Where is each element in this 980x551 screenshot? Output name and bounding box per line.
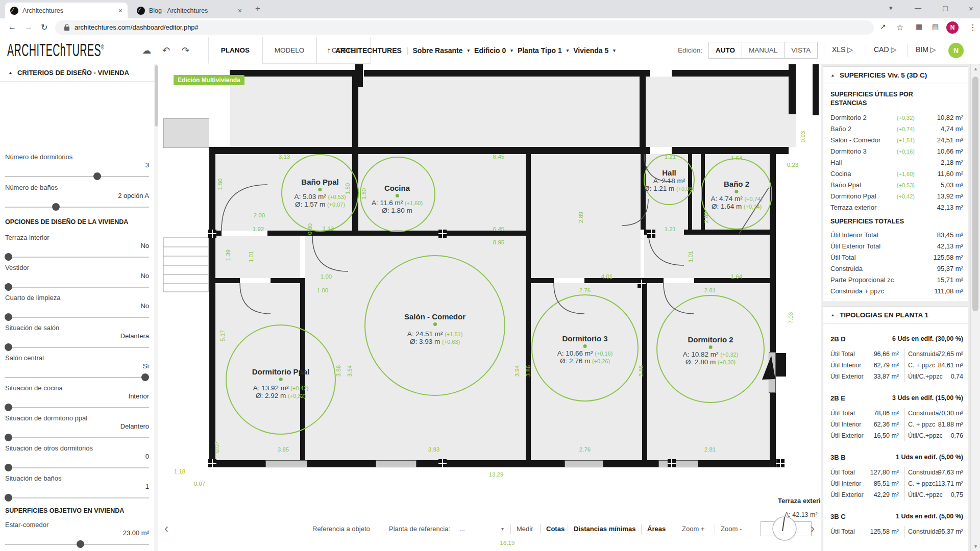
collapse-icon[interactable]: ▲ <box>830 313 835 317</box>
scroll-up-icon[interactable]: ▲ <box>973 66 978 71</box>
slider-thumb[interactable] <box>141 373 149 381</box>
mode-auto[interactable]: AUTO <box>709 42 742 58</box>
slider-track[interactable] <box>5 377 149 378</box>
dimension-label: 2.76 <box>579 287 591 293</box>
tab-planos[interactable]: PLANOS <box>208 37 262 64</box>
right-panel-scrollbar[interactable]: ▲ ▼ <box>970 64 980 551</box>
chevron-down-icon[interactable]: ▾ <box>510 48 513 53</box>
divider <box>675 524 675 534</box>
redo-icon[interactable]: ↷ <box>182 45 189 56</box>
slider-thumb[interactable] <box>5 404 12 411</box>
breadcrumb-sobre-rasante[interactable]: Sobre Rasante <box>413 46 463 55</box>
multi-dwelling-badge: Edición Multivivienda <box>174 75 244 85</box>
slider-track[interactable] <box>5 207 149 208</box>
wall <box>640 77 646 148</box>
panel-header[interactable]: ▲ CRITERIOS DE DISEÑO - VIVIENDA <box>0 64 158 82</box>
left-panel-scrollbar[interactable] <box>154 64 158 551</box>
terrace-label: Terraza exterior <box>778 497 827 505</box>
slider-track[interactable] <box>5 287 149 288</box>
window <box>265 460 307 467</box>
slider-thumb[interactable] <box>5 313 12 321</box>
divider <box>824 44 824 57</box>
dimension-label: 1.01 <box>688 251 694 262</box>
breadcrumb-edificio[interactable]: Edificio 0 <box>474 46 506 55</box>
collapse-icon[interactable]: ▲ <box>830 73 835 78</box>
card-header[interactable]: ▲ TIPOLOGIAS EN PLANTA 1 <box>823 307 968 324</box>
slider-thumb[interactable] <box>52 203 60 211</box>
measure-button[interactable]: Medir <box>517 520 533 538</box>
room-label: Dormitorio Ppal A: 13.92 m² (+0,42) Ø: 2… <box>252 367 310 399</box>
corridor-floor[interactable] <box>531 154 641 278</box>
dimension-label: 3.86 <box>335 365 341 377</box>
slider-track[interactable] <box>5 317 149 318</box>
window <box>658 460 698 467</box>
slider-track[interactable] <box>5 467 149 468</box>
collapse-right-panel-icon[interactable]: › <box>811 521 815 536</box>
corridor-floor[interactable] <box>644 230 770 278</box>
slider-thumb[interactable] <box>5 434 12 441</box>
dimension-label: 1.21 <box>665 154 676 160</box>
canvas-toolbar: Referencia a objeto Planta de referencia… <box>158 520 820 538</box>
dimension-label: 1.39 <box>225 249 231 261</box>
slider-thumb[interactable] <box>5 343 12 351</box>
level-up-icon[interactable]: ↑ <box>327 46 331 55</box>
zoom-out-button[interactable]: Zoom - <box>721 520 742 538</box>
slider-track[interactable] <box>5 257 149 258</box>
collapse-icon[interactable]: ▲ <box>8 71 13 75</box>
cloud-upload-icon[interactable]: ☁ <box>142 45 151 56</box>
zoom-in-button[interactable]: Zoom + <box>682 520 704 538</box>
min-distances-toggle[interactable]: Distancias mínimas <box>574 520 635 538</box>
slider-track[interactable] <box>5 497 149 498</box>
scrollbar-thumb[interactable] <box>972 77 978 311</box>
slider-thumb[interactable] <box>93 172 101 180</box>
chevron-down-icon[interactable]: ▾ <box>613 48 616 53</box>
slider-track[interactable] <box>5 437 149 438</box>
scrollbar-thumb[interactable] <box>155 65 158 127</box>
room-center-dot <box>279 378 282 381</box>
dimensions-toggle[interactable]: Cotas <box>546 520 565 538</box>
slider-track[interactable] <box>5 347 149 348</box>
mode-vista[interactable]: VISTA <box>785 42 817 58</box>
export-bim-button[interactable]: BIM ▷ <box>916 45 936 54</box>
breadcrumb-vivienda[interactable]: Vivienda 5 <box>573 46 608 55</box>
slider-thumb[interactable] <box>5 494 12 502</box>
slider-thumb[interactable] <box>5 283 12 291</box>
window <box>769 352 776 393</box>
mode-manual[interactable]: MANUAL <box>742 42 785 58</box>
snap-to-object-toggle[interactable]: Referencia a objeto <box>312 520 370 538</box>
chevron-down-icon[interactable]: ▾ <box>468 48 470 53</box>
dimension-label: 3.86 <box>638 365 644 377</box>
card-header[interactable]: ▲ SUPERFICIES Viv. 5 (3D C) <box>823 67 968 84</box>
user-avatar[interactable]: N <box>948 43 964 58</box>
scroll-down-icon[interactable]: ▼ <box>973 544 978 549</box>
collapse-left-panel-icon[interactable]: ‹ <box>164 521 168 536</box>
chevron-down-icon[interactable]: ▾ <box>501 520 504 538</box>
export-xls-button[interactable]: XLS ▷ <box>832 45 853 54</box>
compass-rotation-widget[interactable] <box>771 515 798 542</box>
divider <box>510 524 511 534</box>
left-structure <box>163 118 209 148</box>
stairs-treads <box>163 247 208 284</box>
breadcrumb-brand[interactable]: ARCHITECHTURES <box>335 46 402 55</box>
slider-track[interactable] <box>5 176 149 177</box>
dimension-label: 1.80 <box>361 188 367 199</box>
areas-toggle[interactable]: Áreas <box>647 520 666 538</box>
wall <box>684 230 770 235</box>
export-cad-button[interactable]: CAD ▷ <box>874 45 896 54</box>
dimension-label: 3.85 <box>278 446 289 453</box>
slider-row: Situación de dormitorio ppalDelantero <box>5 413 149 443</box>
slider-thumb[interactable] <box>5 253 12 261</box>
tab-modelo[interactable]: MODELO <box>262 37 316 64</box>
dimension-label: 2.76 <box>579 446 591 453</box>
slider-thumb[interactable] <box>77 540 84 548</box>
slider-thumb[interactable] <box>5 464 12 471</box>
slider-track[interactable] <box>5 407 149 408</box>
room-label: Baño Ppal A: 5.03 m² (+0,53) Ø: 1.57 m (… <box>294 178 346 208</box>
breadcrumb-planta[interactable]: Planta Tipo 1 <box>518 46 562 55</box>
reference-plan-select[interactable]: ... <box>459 520 465 538</box>
dimension-label: 1.50 <box>217 179 223 190</box>
chevron-down-icon[interactable]: ▾ <box>567 48 569 53</box>
room-name: Baño Ppal <box>294 178 346 186</box>
undo-icon[interactable]: ↶ <box>162 45 170 56</box>
divider <box>715 524 715 534</box>
